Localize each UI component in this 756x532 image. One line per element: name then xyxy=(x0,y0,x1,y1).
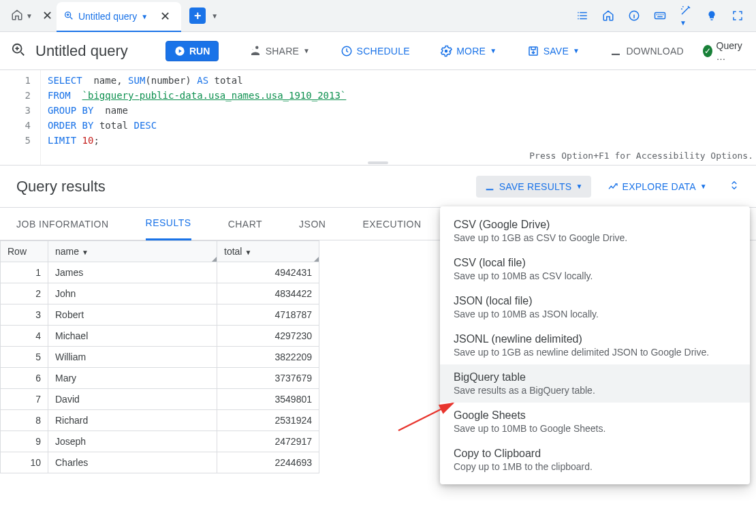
chevron-down-icon[interactable]: ▼ xyxy=(141,13,148,20)
svg-rect-6 xyxy=(580,18,587,20)
cell-name: Michael xyxy=(48,326,217,347)
menu-item[interactable]: Google SheetsSave up to 10MB to Google S… xyxy=(440,403,750,441)
col-header-name[interactable]: name▼ xyxy=(48,241,217,262)
query-magnify-icon xyxy=(11,42,26,59)
svg-rect-5 xyxy=(578,18,579,20)
table-row[interactable]: 7David3549801 xyxy=(1,389,319,410)
menu-item-title: BigQuery table xyxy=(454,371,736,384)
menu-item[interactable]: BigQuery tableSave results as a BigQuery… xyxy=(440,364,750,403)
chevron-down-icon: ▼ xyxy=(490,47,497,54)
tab-json[interactable]: JSON xyxy=(299,219,326,230)
results-header: Query results SAVE RESULTS ▼ EXPLORE DAT… xyxy=(0,166,756,208)
lightbulb-icon[interactable] xyxy=(706,10,718,22)
table-row[interactable]: 9Joseph2472917 xyxy=(1,431,319,452)
accessibility-hint: Press Option+F1 for Accessibility Option… xyxy=(529,148,753,163)
table-row[interactable]: 5William3822209 xyxy=(1,347,319,368)
schedule-button[interactable]: SCHEDULE xyxy=(341,45,410,57)
cell-total: 4942431 xyxy=(217,262,319,283)
tab-results[interactable]: RESULTS xyxy=(146,208,191,240)
save-button[interactable]: SAVE ▼ xyxy=(527,45,580,57)
line-gutter: 1 2 3 4 5 xyxy=(0,70,41,165)
row-number: 6 xyxy=(1,368,48,389)
chevron-down-icon[interactable]: ▼ xyxy=(211,12,218,20)
new-tab-button[interactable]: + xyxy=(189,7,206,24)
table-row[interactable]: 2John4834422 xyxy=(1,283,319,304)
menu-item-title: JSONL (newline delimited) xyxy=(454,333,736,345)
row-number: 4 xyxy=(1,326,48,347)
menu-item-subtitle: Copy up to 1MB to the clipboard. xyxy=(454,461,736,472)
menu-item[interactable]: CSV (Google Drive)Save up to 1GB as CSV … xyxy=(440,212,750,250)
table-row[interactable]: 4Michael4297230 xyxy=(1,326,319,347)
query-status: ✓ Query … xyxy=(703,40,745,62)
menu-item[interactable]: JSONL (newline delimited)Save up to 1GB … xyxy=(440,326,750,364)
home-tab[interactable]: ▼ xyxy=(5,9,38,23)
row-number: 9 xyxy=(1,431,48,452)
table-row[interactable]: 1James4942431 xyxy=(1,262,319,283)
query-header: Untitled query RUN SHARE ▼ SCHEDULE MORE… xyxy=(0,32,756,70)
menu-item-title: Copy to Clipboard xyxy=(454,448,736,460)
info-icon[interactable] xyxy=(628,10,640,22)
tab-job-info[interactable]: JOB INFORMATION xyxy=(16,219,109,230)
share-button[interactable]: SHARE ▼ xyxy=(249,45,311,57)
cell-total: 3737679 xyxy=(217,368,319,389)
svg-rect-10 xyxy=(659,14,660,16)
svg-rect-3 xyxy=(578,15,579,16)
menu-item[interactable]: CSV (local file)Save up to 10MB as CSV l… xyxy=(440,250,750,288)
col-header-row[interactable]: Row xyxy=(1,241,48,262)
keyboard-icon[interactable] xyxy=(654,10,666,22)
table-row[interactable]: 8Richard2531924 xyxy=(1,410,319,431)
collapse-icon[interactable] xyxy=(729,180,740,193)
close-home-tab[interactable]: ✕ xyxy=(38,8,57,23)
cell-total: 3549801 xyxy=(217,389,319,410)
more-button[interactable]: MORE ▼ xyxy=(440,45,497,57)
cell-total: 2472917 xyxy=(217,431,319,452)
cell-name: David xyxy=(48,389,217,410)
tab-execution[interactable]: EXECUTION xyxy=(362,219,421,230)
table-row[interactable]: 6Mary3737679 xyxy=(1,368,319,389)
table-row[interactable]: 3Robert4718787 xyxy=(1,304,319,326)
col-header-total[interactable]: total▼ xyxy=(217,241,319,262)
svg-rect-13 xyxy=(657,16,663,18)
download-button[interactable]: DOWNLOAD xyxy=(610,45,683,57)
check-icon: ✓ xyxy=(703,45,712,57)
query-title: Untitled query xyxy=(35,42,128,60)
sql-editor[interactable]: 1 2 3 4 5 SELECT name, SUM(number) AS to… xyxy=(0,70,756,166)
tab-chart[interactable]: CHART xyxy=(228,219,262,230)
menu-item-subtitle: Save up to 10MB to Google Sheets. xyxy=(454,423,736,434)
row-number: 2 xyxy=(1,283,48,304)
svg-point-17 xyxy=(445,49,448,52)
menu-item[interactable]: Copy to ClipboardCopy up to 1MB to the c… xyxy=(440,441,750,479)
query-icon xyxy=(63,10,74,23)
menu-item-subtitle: Save up to 1GB as newline delimited JSON… xyxy=(454,347,736,358)
list-icon[interactable] xyxy=(576,10,588,22)
run-button[interactable]: RUN xyxy=(166,41,219,61)
table-row[interactable]: 10Charles2244693 xyxy=(1,452,319,473)
row-number: 5 xyxy=(1,347,48,368)
cell-name: John xyxy=(48,283,217,304)
home-icon[interactable] xyxy=(602,10,614,22)
fullscreen-icon[interactable] xyxy=(731,10,744,22)
svg-rect-8 xyxy=(655,13,665,19)
run-label: RUN xyxy=(189,46,210,57)
cell-name: Charles xyxy=(48,452,217,473)
row-number: 1 xyxy=(1,262,48,283)
query-tab[interactable]: Untitled query ▼ ✕ xyxy=(57,2,181,32)
menu-item-subtitle: Save up to 1GB as CSV to Google Drive. xyxy=(454,232,736,243)
results-table: Row name▼ total▼ 1James49424312John48344… xyxy=(0,240,319,473)
svg-rect-1 xyxy=(578,12,579,14)
code-content[interactable]: SELECT name, SUM(number) AS total FROM `… xyxy=(41,70,353,165)
explore-data-button[interactable]: EXPLORE DATA ▼ xyxy=(599,176,715,198)
close-tab-icon[interactable]: ✕ xyxy=(156,9,174,24)
cell-total: 3822209 xyxy=(217,347,319,368)
magic-wand-icon[interactable]: ▼ xyxy=(680,4,692,27)
cell-total: 4297230 xyxy=(217,326,319,347)
chevron-down-icon: ▼ xyxy=(26,12,33,20)
results-title: Query results xyxy=(16,178,106,195)
save-results-button[interactable]: SAVE RESULTS ▼ xyxy=(476,176,591,198)
cell-name: James xyxy=(48,262,217,283)
svg-rect-9 xyxy=(657,14,658,16)
svg-rect-12 xyxy=(663,14,664,16)
resize-handle[interactable] xyxy=(368,161,388,164)
tab-label: Untitled query xyxy=(78,11,137,22)
menu-item[interactable]: JSON (local file)Save up to 10MB as JSON… xyxy=(440,288,750,326)
